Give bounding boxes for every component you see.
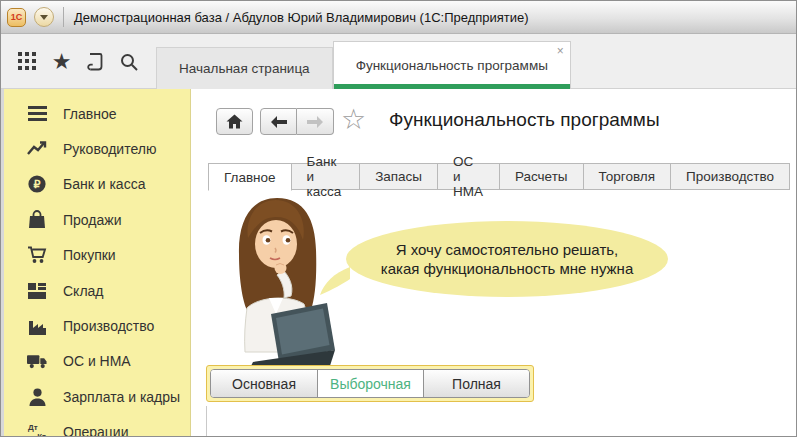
forward-button[interactable] [297,108,334,135]
bubble-text-line2: какая функциональность мне нужна [381,259,633,279]
apps-grid-icon[interactable] [13,47,43,77]
tab-main[interactable]: Главное [208,163,292,191]
main-menu-dropdown-button[interactable] [34,7,54,27]
factory-icon [27,316,47,336]
sidebar-item-operations[interactable]: ДтКт Операции [4,415,190,436]
sidebar-item-purchases[interactable]: Покупки [4,238,190,273]
functionality-tabs: Главное Банк и касса Запасы ОС и НМА Рас… [208,163,790,190]
tab-bank-cash[interactable]: Банк и касса [292,163,361,190]
search-icon[interactable] [114,47,144,77]
sidebar-label: Производство [63,318,154,334]
panel-left-border [206,406,207,436]
sidebar-label: ОС и НМА [63,353,131,369]
tab-label: Начальная страница [179,61,310,76]
sidebar-item-main[interactable]: Главное [4,96,190,131]
sidebar-item-fixed-assets[interactable]: ОС и НМА [4,344,190,379]
mode-button-basic[interactable]: Основная [211,370,317,397]
sidebar-item-payroll-hr[interactable]: Зарплата и кадры [4,379,190,414]
favorites-star-icon[interactable]: ★ [47,47,77,77]
sidebar-item-bank-cash[interactable]: ₽ Банк и касса [4,167,190,202]
sidebar-item-production[interactable]: Производство [4,308,190,343]
arrow-right-icon [307,116,323,128]
mode-button-full[interactable]: Полная [423,370,529,397]
svg-text:₽: ₽ [34,178,41,190]
tab-program-functionality[interactable]: Функциональность программы × [333,41,571,89]
tab-label: ОС и НМА [453,154,484,199]
home-button[interactable] [216,108,253,135]
tab-home-page[interactable]: Начальная страница [156,47,333,89]
sidebar-item-warehouse[interactable]: Склад [4,273,190,308]
open-tabs: Начальная страница Функциональность прог… [156,34,796,89]
functionality-mode-switcher: Основная Выборочная Полная [210,369,530,398]
arrow-left-icon [271,116,287,128]
sidebar-item-sales[interactable]: Продажи [4,202,190,237]
sidebar-label: Руководителю [63,141,156,157]
quick-toolbar: ★ [1,34,156,89]
speech-bubble: Я хочу самостоятельно решать, какая функ… [346,221,668,297]
back-button[interactable] [260,108,297,135]
title-bar: 1С Демонстрационная база / Абдулов Юрий … [1,1,796,34]
bag-icon [27,210,47,230]
tab-trade[interactable]: Торговля [584,163,671,190]
sidebar-label: Склад [63,283,104,299]
top-tab-bar: ★ Начальная страница Функциональность пр… [1,34,796,89]
add-favorite-star-icon[interactable]: ☆ [341,103,366,136]
speech-bubble-tail [320,263,350,297]
close-icon[interactable]: × [557,45,564,57]
page-title: Функциональность программы [389,109,660,131]
sidebar-label: Главное [63,106,117,122]
main-content: ☆ Функциональность программы Главное Бан… [191,89,796,436]
truck-icon [27,351,47,371]
chevron-down-icon [40,15,48,20]
tab-label: Запасы [375,169,422,184]
bubble-text-line1: Я хочу самостоятельно решать, [396,240,618,260]
dt-kt-icon: ДтКт [27,422,47,436]
pallet-icon [27,281,47,301]
window-title: Демонстрационная база / Абдулов Юрий Вла… [74,10,529,25]
tab-label: Расчеты [515,169,568,184]
tab-label: Производство [686,169,774,184]
sidebar-item-manager[interactable]: Руководителю [4,131,190,166]
1c-logo-icon[interactable]: 1С [7,8,26,27]
trend-icon [27,139,47,159]
tab-production[interactable]: Производство [671,163,790,190]
nav-history-group [260,108,334,135]
tab-label: Главное [224,170,276,185]
app-window: 1С Демонстрационная база / Абдулов Юрий … [0,0,797,437]
history-icon[interactable] [80,47,110,77]
ruble-icon: ₽ [27,174,47,194]
menu-icon [27,104,47,124]
sidebar-label: Продажи [63,212,121,228]
cart-icon [27,245,47,265]
sidebar-label: Зарплата и кадры [63,389,180,405]
sidebar-label: Покупки [63,247,116,263]
mode-button-selective[interactable]: Выборочная [317,370,423,397]
sections-sidebar: Главное Руководителю ₽ Банк и касса Прод… [1,89,191,436]
titlebar-divider [63,7,64,27]
sidebar-label: Операции [63,424,129,436]
sidebar-label: Банк и касса [63,176,145,192]
tab-settlements[interactable]: Расчеты [500,163,584,190]
mode-switcher-highlight: Основная Выборочная Полная [206,365,534,402]
home-icon [226,114,243,129]
tab-label: Функциональность программы [356,58,548,73]
person-icon [27,387,47,407]
tab-fixed-assets[interactable]: ОС и НМА [438,163,500,190]
tab-inventory[interactable]: Запасы [360,163,438,190]
tab-label: Торговля [599,169,655,184]
